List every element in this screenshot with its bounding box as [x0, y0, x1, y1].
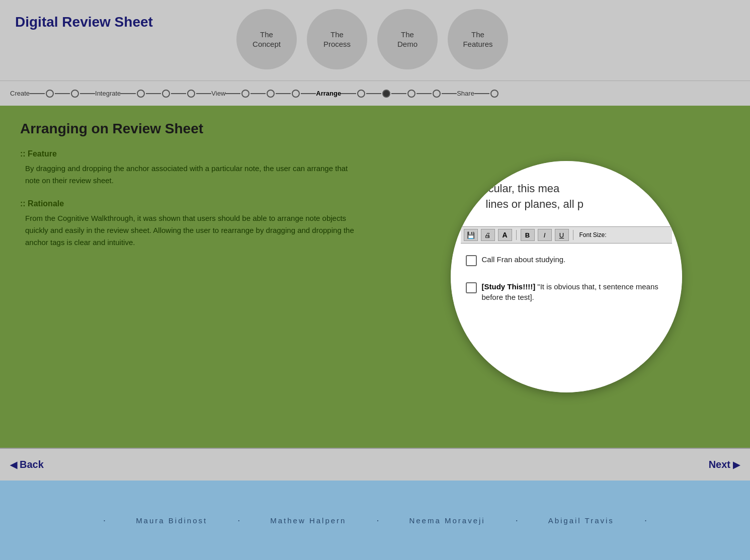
right-panel: icular, this mea lines or planes, all p … — [382, 106, 750, 448]
line-1 — [30, 93, 45, 94]
line-3b — [225, 93, 240, 94]
dot-3a — [241, 90, 249, 98]
next-button[interactable]: Next ▶ — [709, 459, 740, 470]
bottom-nav: ◀ Back Next ▶ — [0, 448, 750, 481]
note-highlight: [Study This!!!!] — [482, 282, 536, 291]
dot-4c — [407, 90, 415, 98]
dot-2b — [162, 90, 170, 98]
line-2c — [171, 93, 186, 94]
stage-integrate: Integrate — [95, 90, 121, 97]
line-4d — [391, 93, 406, 94]
app-title: Digital Review Sheet — [15, 14, 153, 30]
next-arrow-icon: ▶ — [733, 459, 740, 470]
footer-name-2: Neema Moraveji — [409, 516, 485, 525]
nav-features-line2: Features — [463, 39, 492, 49]
underline-button[interactable]: U — [555, 229, 569, 241]
line-4b — [341, 93, 356, 94]
section-title: Arranging on Review Sheet — [20, 121, 362, 137]
nav-concept-line2: Concept — [253, 39, 281, 49]
print-button[interactable]: 🖨 — [481, 229, 495, 241]
note-items: Call Fran about studying. [Study This!!!… — [466, 254, 672, 317]
rationale-label: :: Rationale — [20, 199, 362, 208]
nav-features-line1: The — [471, 30, 484, 40]
line-1b — [55, 93, 70, 94]
back-button[interactable]: ◀ Back — [10, 459, 44, 470]
circle-text-line2: lines or planes, all p — [486, 197, 672, 212]
line-5 — [442, 93, 457, 94]
dot-5a — [490, 90, 498, 98]
rationale-text: From the Cognitive Walkthrough, it was s… — [20, 212, 362, 249]
circle-top-text: icular, this mea lines or planes, all p — [486, 181, 672, 212]
footer-dot-3: · — [516, 515, 518, 526]
note-text-1: Call Fran about studying. — [482, 254, 566, 265]
main-content: Arranging on Review Sheet :: Feature By … — [0, 106, 750, 448]
dot-2c — [187, 90, 195, 98]
save-button[interactable]: 💾 — [464, 229, 478, 241]
back-label: Back — [20, 459, 44, 470]
left-panel: Arranging on Review Sheet :: Feature By … — [0, 106, 382, 448]
line-2 — [121, 93, 136, 94]
footer-dot-1: · — [237, 515, 240, 526]
feature-label: :: Feature — [20, 149, 362, 158]
note-text-2: [Study This!!!!] "It is obvious that, t … — [482, 281, 672, 302]
dot-2a — [137, 90, 145, 98]
stage-view: View — [211, 90, 225, 97]
progress-track: Create Integrate View Arrange Share — [10, 90, 740, 98]
note-item-1: Call Fran about studying. — [466, 254, 672, 266]
nav-process-line2: Process — [323, 39, 351, 49]
dot-1b — [71, 90, 79, 98]
nav-demo-line1: The — [401, 30, 414, 40]
font-button[interactable]: A — [498, 229, 512, 241]
back-arrow-icon: ◀ — [10, 459, 17, 470]
toolbar: 💾 🖨 A B I U Font Size: — [461, 226, 672, 244]
line-2b — [146, 93, 161, 94]
next-label: Next — [709, 459, 730, 470]
toolbar-divider2 — [573, 230, 573, 240]
circle-inner: icular, this mea lines or planes, all p … — [451, 161, 682, 392]
footer: · Maura Bidinost · Mathew Halpern · Neem… — [0, 481, 750, 560]
footer-name-1: Mathew Halpern — [270, 516, 346, 525]
progress-bar: Create Integrate View Arrange Share — [0, 81, 750, 106]
feature-text: By dragging and dropping the anchor asso… — [20, 163, 362, 187]
line-1c — [80, 93, 95, 94]
line-4c — [366, 93, 381, 94]
stage-create: Create — [10, 90, 30, 97]
checkbox-1[interactable] — [466, 255, 477, 266]
nav-features[interactable]: The Features — [448, 9, 508, 69]
footer-dot-4: · — [644, 515, 647, 526]
nav-process-line1: The — [330, 30, 344, 40]
stage-arrange: Arrange — [316, 90, 341, 97]
nav-concept-line1: The — [260, 30, 273, 40]
footer-name-0: Maura Bidinost — [136, 516, 207, 525]
line-3c — [251, 93, 266, 94]
bold-button[interactable]: B — [521, 229, 535, 241]
footer-dot-0: · — [103, 515, 106, 526]
circle-text-line1: icular, this mea — [486, 181, 672, 197]
checkbox-2[interactable] — [466, 282, 477, 293]
nav-process[interactable]: The Process — [307, 9, 367, 69]
nav-demo-line2: Demo — [397, 39, 418, 49]
line-3d — [276, 93, 291, 94]
line-3 — [196, 93, 211, 94]
nav-demo[interactable]: The Demo — [377, 9, 438, 69]
toolbar-divider — [516, 230, 517, 240]
line-4 — [301, 93, 316, 94]
dot-1a — [46, 90, 54, 98]
footer-name-3: Abigail Travis — [548, 516, 614, 525]
dot-3b — [267, 90, 275, 98]
nav-circles: The Concept The Process The Demo The Fea… — [231, 9, 513, 69]
line-5b — [474, 93, 489, 94]
fontsize-label: Font Size: — [579, 231, 607, 238]
circle-illustration: icular, this mea lines or planes, all p … — [451, 161, 682, 392]
line-4e — [416, 93, 432, 94]
header: Digital Review Sheet The Concept The Pro… — [0, 0, 750, 81]
italic-button[interactable]: I — [538, 229, 552, 241]
dot-3c — [292, 90, 300, 98]
stage-share: Share — [457, 90, 474, 97]
nav-concept[interactable]: The Concept — [236, 9, 297, 69]
footer-dot-2: · — [376, 515, 379, 526]
dot-4a — [357, 90, 365, 98]
dot-4d — [433, 90, 441, 98]
note-item-2: [Study This!!!!] "It is obvious that, t … — [466, 281, 672, 302]
dot-4b-filled — [382, 90, 390, 98]
